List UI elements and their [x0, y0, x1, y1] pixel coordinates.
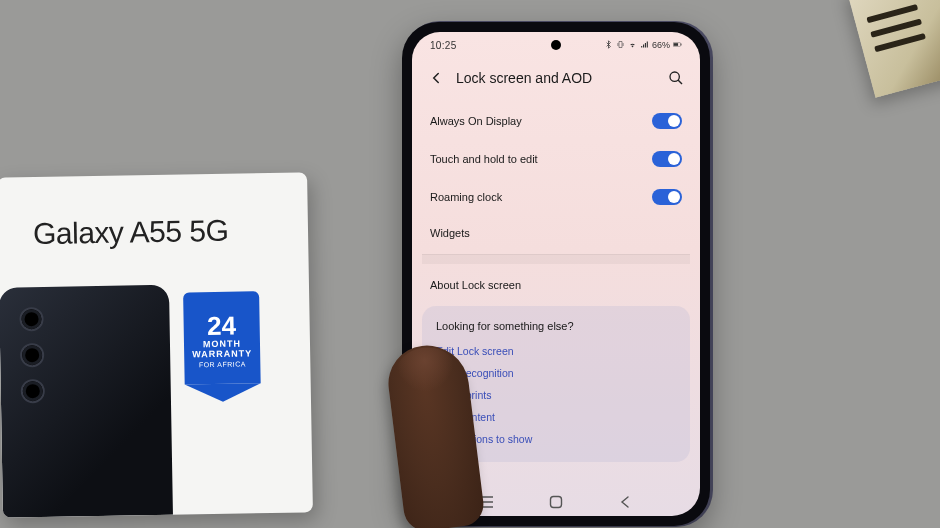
bluetooth-icon [604, 40, 613, 51]
link-face-recognition[interactable]: Face recognition [432, 362, 680, 384]
page-title: Lock screen and AOD [456, 70, 656, 86]
svg-point-3 [670, 72, 679, 81]
toggle-always-on-display[interactable] [652, 113, 682, 129]
row-label: Roaming clock [430, 191, 502, 203]
battery-text: 66% [652, 40, 670, 50]
suggestions-title: Looking for something else? [432, 316, 680, 340]
warranty-badge: 24 MONTH WARRANTY FOR AFRICA [183, 291, 261, 384]
warranty-region: FOR AFRICA [199, 360, 246, 368]
camera-punch-hole [551, 40, 561, 50]
row-label: Always On Display [430, 115, 522, 127]
row-touch-hold-edit[interactable]: Touch and hold to edit [412, 140, 700, 178]
product-box: Galaxy A55 5G 24 MONTH WARRANTY FOR AFRI… [0, 172, 313, 517]
row-label: About Lock screen [430, 279, 521, 291]
svg-line-4 [678, 80, 682, 84]
section-divider [422, 254, 690, 264]
phone-silhouette [0, 285, 173, 518]
row-roaming-clock[interactable]: Roaming clock [412, 178, 700, 216]
link-edit-lock-screen[interactable]: Edit Lock screen [432, 340, 680, 362]
row-label: Widgets [430, 227, 470, 239]
status-time: 10:25 [430, 40, 457, 51]
warranty-unit: MONTH [203, 338, 241, 349]
toggle-touch-hold-edit[interactable] [652, 151, 682, 167]
status-right-icons: 66% [604, 40, 682, 51]
svg-rect-1 [674, 43, 679, 46]
warranty-number: 24 [207, 312, 236, 339]
svg-rect-8 [550, 496, 561, 507]
signal-icon [640, 40, 649, 51]
svg-rect-2 [681, 43, 682, 45]
wifi-icon [628, 40, 637, 51]
search-button[interactable] [664, 66, 688, 90]
back-button[interactable] [424, 66, 448, 90]
nav-back-button[interactable] [615, 492, 635, 512]
row-widgets[interactable]: Widgets [412, 216, 700, 250]
app-header: Lock screen and AOD [412, 58, 700, 98]
product-title: Galaxy A55 5G [33, 214, 229, 251]
warranty-label: WARRANTY [192, 348, 252, 359]
background-object [847, 0, 940, 98]
vibrate-icon [616, 40, 625, 51]
row-about-lock-screen[interactable]: About Lock screen [412, 268, 700, 302]
toggle-roaming-clock[interactable] [652, 189, 682, 205]
battery-icon [673, 40, 682, 51]
home-button[interactable] [546, 492, 566, 512]
row-always-on-display[interactable]: Always On Display [412, 102, 700, 140]
row-label: Touch and hold to edit [430, 153, 538, 165]
